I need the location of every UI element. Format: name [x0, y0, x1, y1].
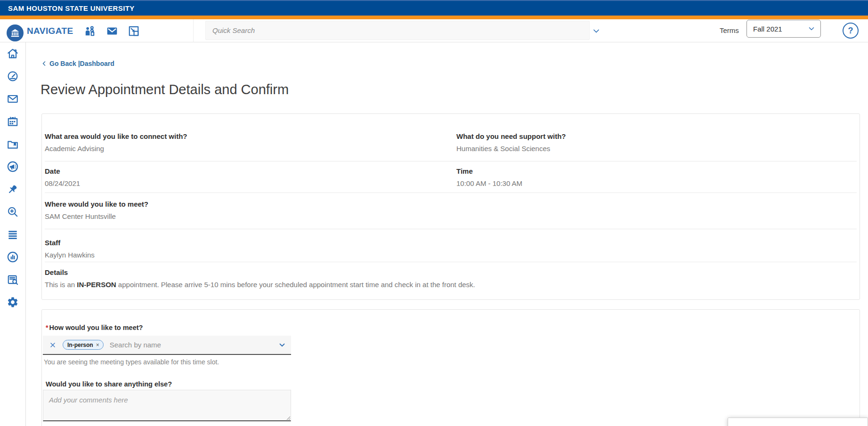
sidebar-item-home[interactable]: [0, 42, 25, 65]
announcements-megaphone-icon: [7, 161, 19, 173]
sidebar-item-pins[interactable]: [0, 178, 25, 201]
meeting-form-card: * How would you like to meet? In-person …: [41, 309, 860, 426]
in-person-chip[interactable]: In-person ×: [63, 340, 104, 350]
quick-search-input[interactable]: [205, 21, 590, 40]
detail-time: Time 10:00 AM - 10:30 AM: [456, 167, 857, 188]
app-header: NAVIGATE Terms Fall 2021 ?: [0, 19, 868, 42]
meet-type-label-row: * How would you like to meet?: [46, 324, 143, 331]
sidebar-item-settings[interactable]: [0, 291, 25, 313]
back-link-label: Go Back |Dashboard: [49, 60, 114, 67]
university-topbar: SAM HOUSTON STATE UNIVERSITY: [0, 0, 868, 16]
term-selected-value: Fall 2021: [753, 25, 807, 33]
meeting-type-combobox[interactable]: In-person × Search by name: [43, 336, 291, 355]
main-content: Go Back |Dashboard Review Appointment De…: [26, 42, 868, 426]
sidebar-item-list[interactable]: [0, 223, 25, 246]
search-by-name-placeholder: Search by name: [110, 341, 278, 349]
chip-remove-icon[interactable]: ×: [96, 342, 99, 348]
sidebar-item-analytics[interactable]: [0, 246, 25, 268]
detail-value: 08/24/2021: [45, 179, 456, 188]
chip-label: In-person: [67, 342, 93, 348]
terms-label: Terms: [720, 26, 739, 34]
meeting-types-helper-text: You are seeing the meeting types availab…: [44, 358, 219, 366]
detail-location: Where would you like to meet? SAM Center…: [45, 200, 456, 221]
detail-staff: Staff Kaylyn Hawkins: [45, 238, 456, 259]
dashboard-speedometer-icon: [7, 70, 19, 82]
detail-value: SAM Center Huntsville: [45, 212, 456, 221]
details-row: What area would you like to connect with…: [45, 114, 857, 161]
detail-details: Details This is an IN-PERSON appointment…: [45, 268, 857, 289]
calendar-icon: [7, 115, 19, 128]
analytics-chart-icon: [7, 251, 19, 263]
sidebar-nav: [0, 42, 26, 426]
university-name: SAM HOUSTON STATE UNIVERSITY: [8, 4, 135, 12]
reports-search-icon: [7, 273, 19, 286]
detail-value: Humanities & Social Sciences: [456, 144, 857, 153]
detail-label: Staff: [45, 238, 456, 247]
share-anything-label: Would you like to share anything else?: [46, 380, 172, 388]
detail-date: Date 08/24/2021: [45, 167, 456, 188]
collapse-window-icon[interactable]: [128, 25, 140, 37]
details-row: Date 08/24/2021 Time 10:00 AM - 10:30 AM: [45, 161, 857, 193]
accent-bar: [0, 16, 868, 19]
folder-bookmark-icon: [7, 138, 19, 150]
details-row: Where would you like to meet? SAM Center…: [45, 193, 857, 229]
navigate-logo[interactable]: [7, 24, 24, 41]
select-chevron-down-icon: [807, 24, 816, 33]
header-separator: [193, 19, 194, 42]
chevron-left-icon: [41, 60, 47, 67]
settings-gear-icon: [7, 296, 19, 308]
clear-selection-icon[interactable]: [49, 341, 57, 349]
help-glyph: ?: [848, 26, 853, 36]
detail-value: Academic Advising: [45, 144, 456, 153]
meet-type-label: How would you like to meet?: [49, 324, 143, 331]
details-row: Staff Kaylyn Hawkins: [45, 229, 857, 262]
sidebar-item-reports[interactable]: [0, 268, 25, 291]
term-select[interactable]: Fall 2021: [746, 20, 821, 38]
sidebar-item-search[interactable]: [0, 201, 25, 223]
detail-label: Date: [45, 167, 456, 176]
go-back-link[interactable]: Go Back |Dashboard: [41, 60, 114, 67]
detail-value: This is an IN-PERSON appointment. Please…: [45, 280, 857, 289]
detail-value: 10:00 AM - 10:30 AM: [456, 179, 857, 188]
page-title: Review Appointment Details and Confirm: [41, 82, 289, 97]
detail-area: What area would you like to connect with…: [45, 132, 456, 153]
detail-label: Where would you like to meet?: [45, 200, 456, 209]
detail-support: What do you need support with? Humanitie…: [456, 132, 857, 153]
help-button[interactable]: ?: [843, 23, 859, 39]
detail-value: Kaylyn Hawkins: [45, 250, 456, 259]
sidebar-item-folder[interactable]: [0, 133, 25, 155]
required-asterisk: *: [46, 324, 48, 331]
brand-name: NAVIGATE: [27, 26, 73, 36]
appointment-details-card: What area would you like to connect with…: [41, 113, 860, 300]
comments-textarea[interactable]: [43, 390, 291, 421]
list-icon: [7, 228, 19, 241]
sidebar-item-calendar[interactable]: [0, 110, 25, 133]
combobox-chevron-down-icon[interactable]: [278, 341, 286, 349]
university-building-icon: [10, 28, 20, 38]
bottom-right-panel: [728, 418, 868, 426]
messages-envelope-icon[interactable]: [106, 25, 118, 37]
advising-people-icon[interactable]: [84, 25, 96, 37]
sidebar-item-messages[interactable]: [0, 88, 25, 110]
search-plus-icon: [7, 206, 19, 218]
sidebar-item-announcements[interactable]: [0, 155, 25, 178]
sidebar-item-dashboard[interactable]: [0, 65, 25, 88]
detail-label: Time: [456, 167, 857, 176]
mail-icon: [7, 93, 19, 105]
detail-label: Details: [45, 268, 857, 277]
pushpin-icon: [7, 183, 19, 195]
home-icon: [7, 48, 19, 60]
details-row: Details This is an IN-PERSON appointment…: [45, 262, 857, 302]
detail-label: What do you need support with?: [456, 132, 857, 141]
detail-label: What area would you like to connect with…: [45, 132, 456, 141]
header-chevron-down-icon[interactable]: [592, 26, 601, 36]
in-person-emphasis: IN-PERSON: [77, 281, 116, 289]
